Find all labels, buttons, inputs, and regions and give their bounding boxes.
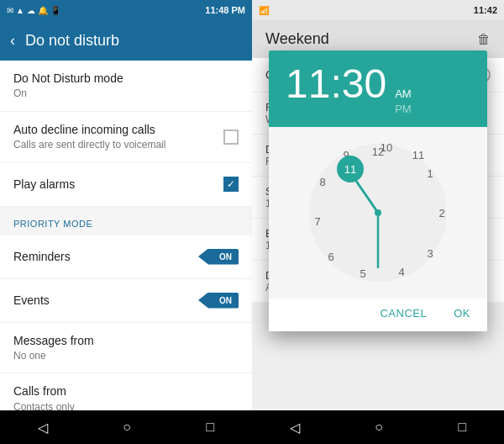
status-icons-left: ✉ ▲ ☁ 🔔 📱	[7, 6, 60, 15]
message-icon: ✉	[7, 6, 13, 15]
reminders-toggle[interactable]: ON	[198, 249, 239, 265]
recent-nav-right[interactable]: □	[459, 420, 467, 435]
setting-dnd-title: Do Not Disturb mode	[13, 71, 239, 86]
priority-mode-section: PRIORITY MODE	[0, 207, 252, 235]
clock-header: 11:30 AM PM	[269, 50, 487, 127]
status-icons-right: 📶	[259, 6, 269, 15]
weekend-title: Weekend	[265, 30, 329, 48]
svg-text:5: 5	[360, 267, 365, 280]
section-header-text: PRIORITY MODE	[13, 219, 92, 229]
navbar-left: ◁ ○ □	[0, 410, 252, 444]
status-bar-left: ✉ ▲ ☁ 🔔 📱 11:48 PM	[0, 0, 252, 20]
setting-dnd-text: Do Not Disturb mode On	[13, 71, 239, 101]
setting-reminders[interactable]: Reminders ON	[0, 235, 252, 279]
time-left: 11:48 PM	[205, 5, 245, 15]
setting-reminders-title: Reminders	[13, 249, 198, 264]
setting-alarms-text: Play alarms	[13, 177, 223, 192]
auto-decline-checkbox[interactable]	[223, 130, 239, 145]
setting-auto-text: Auto decline incoming calls Calls are se…	[13, 122, 223, 152]
setting-events-title: Events	[13, 293, 198, 308]
left-panel: ✉ ▲ ☁ 🔔 📱 11:48 PM ‹ Do not disturb Do N…	[0, 0, 252, 444]
time-right: 11:42	[474, 5, 497, 15]
svg-point-15	[375, 209, 381, 216]
setting-messages-text: Messages from No one	[13, 333, 239, 363]
setting-auto-subtitle: Calls are sent directly to voicemail	[13, 139, 223, 152]
cancel-button[interactable]: CANCEL	[373, 302, 433, 325]
pm-option[interactable]: PM	[395, 102, 412, 117]
svg-text:4: 4	[398, 266, 404, 278]
setting-play-alarms[interactable]: Play alarms ✓	[0, 163, 252, 207]
back-nav-right[interactable]: ◁	[290, 420, 300, 436]
setting-auto-title: Auto decline incoming calls	[13, 122, 223, 137]
svg-text:8: 8	[319, 176, 325, 188]
setting-dnd-subtitle: On	[13, 87, 239, 101]
events-toggle[interactable]: ON	[198, 293, 239, 309]
back-arrow-icon[interactable]: ‹	[10, 32, 15, 50]
setting-alarms-title: Play alarms	[13, 177, 223, 192]
setting-events[interactable]: Events ON	[0, 279, 252, 323]
home-nav-right[interactable]: ○	[375, 420, 383, 435]
svg-text:11: 11	[412, 149, 424, 161]
ok-button[interactable]: OK	[447, 302, 477, 325]
svg-text:6: 6	[328, 251, 333, 263]
right-panel: 📶 11:42 Weekend 🗑 Off Rule n Weeke... Da…	[252, 0, 504, 444]
clock-ampm: AM PM	[395, 87, 412, 117]
clock-svg: 12 1 2 3 4 5 6 7 8 9 10 11	[302, 137, 454, 288]
cloud-icon: ☁	[27, 6, 35, 15]
setting-messages-subtitle: No one	[13, 350, 239, 363]
settings-list: Do Not Disturb mode On Auto decline inco…	[0, 61, 252, 410]
status-bar-right: 📶 11:42	[252, 0, 504, 20]
header-left: ‹ Do not disturb	[0, 20, 252, 61]
setting-messages-title: Messages from	[13, 333, 239, 348]
phone-icon: 📱	[50, 6, 60, 15]
setting-messages-from[interactable]: Messages from No one	[0, 323, 252, 374]
back-nav-left[interactable]: ◁	[38, 420, 48, 436]
setting-calls-from[interactable]: Calls from Contacts only	[0, 373, 252, 410]
setting-calls-subtitle: Contacts only	[13, 401, 239, 410]
svg-text:2: 2	[438, 207, 444, 219]
svg-text:11: 11	[344, 163, 356, 176]
svg-text:7: 7	[314, 215, 320, 228]
clock-time-display: 11:30	[286, 64, 386, 104]
clock-face[interactable]: 12 1 2 3 4 5 6 7 8 9 10 11	[302, 137, 454, 288]
navbar-right: ◁ ○ □	[252, 410, 504, 444]
setting-events-text: Events	[13, 293, 198, 308]
setting-dnd-mode[interactable]: Do Not Disturb mode On	[0, 61, 252, 112]
setting-reminders-text: Reminders	[13, 249, 198, 264]
clock-dialog: 11:30 AM PM 12 1 2 3 4 5 6	[269, 50, 487, 331]
header-title-left: Do not disturb	[25, 32, 119, 50]
play-alarms-checkbox[interactable]: ✓	[223, 177, 239, 192]
sim-icon: 📶	[259, 6, 269, 15]
svg-text:3: 3	[427, 247, 433, 260]
signal-icon: ▲	[16, 6, 24, 15]
recent-nav-left[interactable]: □	[207, 420, 215, 435]
setting-calls-title: Calls from	[13, 383, 239, 399]
home-nav-left[interactable]: ○	[123, 420, 131, 435]
svg-text:1: 1	[427, 167, 433, 180]
am-option[interactable]: AM	[395, 87, 412, 102]
camera-icon: 🔔	[38, 6, 48, 15]
clock-face-container[interactable]: 12 1 2 3 4 5 6 7 8 9 10 11	[269, 127, 487, 299]
setting-calls-text: Calls from Contacts only	[13, 383, 239, 410]
svg-text:10: 10	[381, 141, 392, 154]
trash-icon[interactable]: 🗑	[477, 32, 491, 47]
clock-actions: CANCEL OK	[269, 299, 487, 331]
setting-auto-decline[interactable]: Auto decline incoming calls Calls are se…	[0, 112, 252, 163]
